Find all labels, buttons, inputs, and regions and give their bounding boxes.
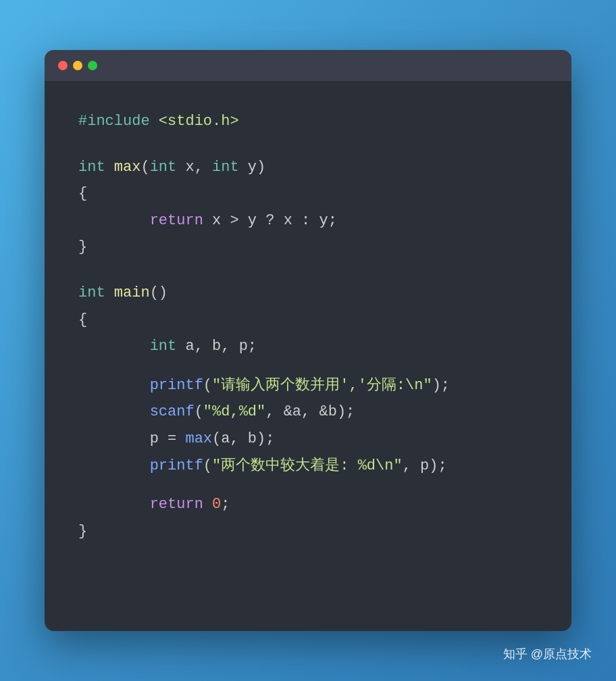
main-def-line: int main(): [78, 280, 538, 307]
return-main-line: return 0;: [78, 491, 538, 518]
background: #include <stdio.h> int max(int x, int y)…: [0, 0, 616, 681]
main-close-brace: }: [78, 518, 538, 545]
scanf-line: scanf("%d,%d", &a, &b);: [78, 399, 538, 426]
func-def-line: int max(int x, int y): [78, 154, 538, 181]
return-line: return x > y ? x : y;: [78, 207, 538, 234]
code-area: #include <stdio.h> int max(int x, int y)…: [45, 81, 571, 578]
func-open-brace: {: [78, 180, 538, 207]
maximize-button[interactable]: [88, 61, 97, 70]
watermark: 知乎 @原点技术: [503, 646, 592, 662]
minimize-button[interactable]: [73, 61, 82, 70]
include-line: #include <stdio.h>: [78, 108, 538, 135]
code-window: #include <stdio.h> int max(int x, int y)…: [45, 50, 571, 631]
close-button[interactable]: [58, 61, 68, 70]
title-bar: [45, 50, 571, 81]
var-decl-line: int a, b, p;: [78, 333, 538, 360]
printf1-line: printf("请输入两个数并用','分隔:\n");: [78, 372, 538, 399]
func-close-brace: }: [78, 234, 538, 261]
assign-line: p = max(a, b);: [78, 426, 538, 453]
main-open-brace: {: [78, 307, 538, 334]
printf2-line: printf("两个数中较大着是: %d\n", p);: [78, 453, 538, 480]
